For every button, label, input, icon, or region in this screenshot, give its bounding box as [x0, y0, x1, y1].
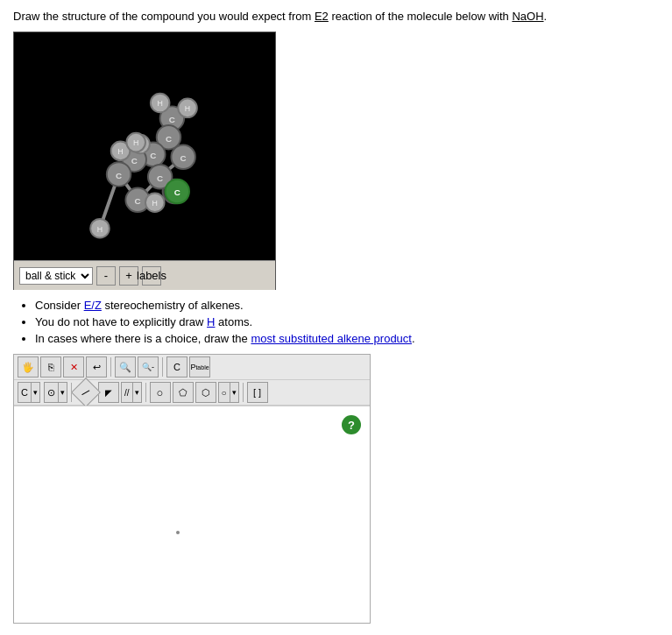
- stereo-dd-label: //: [122, 388, 132, 398]
- svg-text:H: H: [117, 148, 123, 157]
- drawing-area: 🖐 ⎘ ✕ ↩ 🔍 🔍- C Ptable C ▾ ⊙ ▾ / ◤ // ▾ ○: [13, 354, 371, 624]
- svg-text:C: C: [174, 188, 180, 198]
- shape-dropdown[interactable]: ○ ▾: [218, 382, 239, 403]
- sep5: [243, 383, 244, 402]
- hexagon-button[interactable]: ⬡: [195, 382, 216, 403]
- molecule-viewer: C C C C C C C C C H H: [13, 32, 276, 290]
- ring-dd-arrow: ▾: [58, 383, 67, 402]
- undo-button[interactable]: ↩: [86, 356, 107, 377]
- labels-button[interactable]: labels: [142, 266, 161, 286]
- center-dot: [176, 531, 180, 534]
- svg-text:H: H: [152, 199, 158, 208]
- bracket-button[interactable]: [ ]: [247, 382, 268, 403]
- circle-ring-button[interactable]: ○: [150, 382, 171, 403]
- ring-dropdown[interactable]: ⊙ ▾: [44, 382, 67, 403]
- svg-text:C: C: [135, 196, 141, 206]
- carbon-dd-arrow: ▾: [31, 383, 39, 402]
- zoom-in-button[interactable]: 🔍: [115, 356, 136, 377]
- sep2: [162, 357, 163, 377]
- molecule-svg: C C C C C C C C C H H: [14, 32, 275, 260]
- toolbar-row2: C ▾ ⊙ ▾ / ◤ // ▾ ○ ⬠ ⬡ ○ ▾ [ ]: [14, 380, 370, 406]
- svg-text:C: C: [131, 156, 138, 166]
- ring-dd-label: ⊙: [45, 387, 58, 399]
- toolbar-row1: 🖐 ⎘ ✕ ↩ 🔍 🔍- C Ptable: [14, 355, 370, 380]
- e2-ref: E2: [315, 10, 329, 23]
- svg-text:H: H: [185, 104, 190, 113]
- svg-text:C: C: [169, 115, 175, 124]
- shape-dd-arrow: ▾: [230, 383, 238, 402]
- svg-text:H: H: [97, 225, 103, 234]
- svg-text:H: H: [157, 100, 162, 109]
- svg-text:C: C: [157, 173, 163, 183]
- wedge-bond-button[interactable]: ◤: [98, 382, 119, 403]
- drawing-canvas[interactable]: ?: [14, 406, 370, 623]
- carbon-dd-label: C: [18, 387, 31, 398]
- shape-dd-label: ○: [219, 388, 230, 398]
- copy-button[interactable]: ⎘: [40, 356, 61, 377]
- product-ref: most substituted alkene product: [251, 332, 412, 345]
- hints-list: Consider E/Z stereochemistry of alkenes.…: [22, 299, 659, 345]
- stereo-dd-arrow: ▾: [132, 383, 141, 402]
- help-button[interactable]: ?: [342, 415, 361, 434]
- single-bond-button[interactable]: /: [71, 377, 101, 407]
- svg-text:C: C: [180, 153, 187, 163]
- svg-text:H: H: [133, 139, 138, 148]
- svg-text:C: C: [116, 171, 122, 180]
- hint-3: In cases where there is a choice, draw t…: [35, 332, 659, 345]
- svg-text:C: C: [166, 134, 172, 144]
- carbon-dropdown[interactable]: C ▾: [18, 382, 40, 403]
- hand-button[interactable]: 🖐: [18, 356, 39, 377]
- svg-text:C: C: [150, 151, 156, 160]
- help-icon: ?: [348, 419, 355, 432]
- sep4: [145, 383, 146, 402]
- zoom-minus-button[interactable]: -: [96, 266, 116, 286]
- e-z-ref: E/Z: [84, 299, 102, 312]
- sep1: [110, 357, 111, 377]
- erase-button[interactable]: ✕: [63, 356, 84, 377]
- mol-controls-bar: ball & stick wireframe spacefill - + lab…: [14, 260, 275, 290]
- stereo-dropdown[interactable]: // ▾: [121, 382, 142, 403]
- h-ref: H: [207, 315, 215, 328]
- carbon-button[interactable]: C: [166, 356, 187, 377]
- periodic-button[interactable]: Ptable: [189, 356, 210, 377]
- instruction-text: Draw the structure of the compound you w…: [13, 9, 659, 25]
- hint-1: Consider E/Z stereochemistry of alkenes.: [35, 299, 659, 312]
- zoom-out-button[interactable]: 🔍-: [138, 356, 159, 377]
- display-mode-select[interactable]: ball & stick wireframe spacefill: [19, 267, 93, 285]
- pentagon-button[interactable]: ⬠: [173, 382, 194, 403]
- zoom-plus-button[interactable]: +: [119, 266, 138, 286]
- hint-2: You do not have to explicitly draw H ato…: [35, 315, 659, 328]
- molecule-canvas: C C C C C C C C C H H: [14, 32, 275, 260]
- naoh-ref: NaOH: [512, 10, 543, 23]
